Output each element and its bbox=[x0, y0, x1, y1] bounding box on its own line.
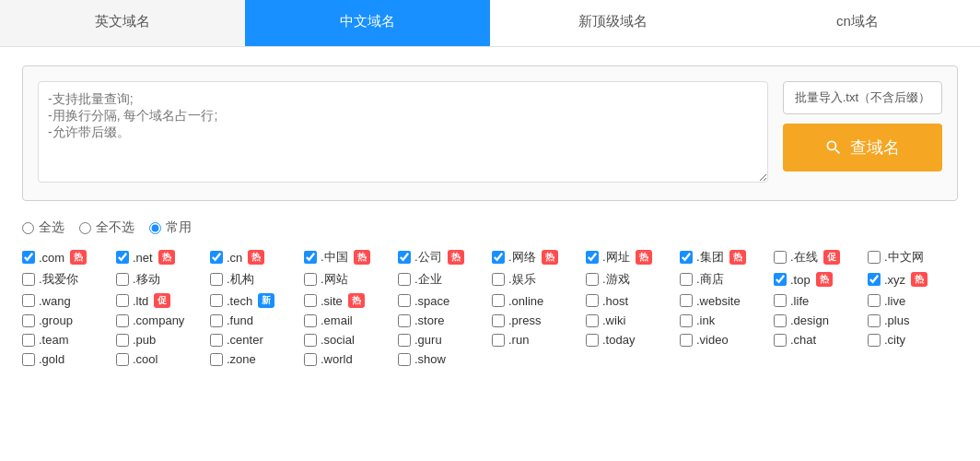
tab-new-tld[interactable]: 新顶级域名 bbox=[490, 0, 735, 46]
checkbox-gold[interactable] bbox=[22, 353, 35, 366]
checkbox-移动[interactable] bbox=[116, 273, 129, 286]
checkbox-cool[interactable] bbox=[116, 353, 129, 366]
ext-label: .press bbox=[508, 313, 541, 327]
checkbox-host[interactable] bbox=[586, 294, 599, 307]
ext-badge: 热 bbox=[248, 250, 264, 265]
radio-deselect-all[interactable]: 全不选 bbox=[79, 219, 134, 236]
ext-item: .cn热 bbox=[210, 249, 300, 266]
checkbox-company[interactable] bbox=[116, 314, 129, 327]
ext-label: .com bbox=[39, 251, 64, 265]
checkbox-space[interactable] bbox=[398, 294, 411, 307]
checkbox-cn[interactable] bbox=[210, 251, 223, 264]
right-panel: 批量导入.txt（不含后缀） 查域名 bbox=[783, 81, 942, 171]
ext-label: .wiki bbox=[602, 313, 625, 327]
checkbox-team[interactable] bbox=[22, 334, 35, 347]
tab-cn[interactable]: cn域名 bbox=[735, 0, 980, 46]
checkbox-guru[interactable] bbox=[398, 334, 411, 347]
checkbox-online[interactable] bbox=[492, 294, 505, 307]
ext-label: .我爱你 bbox=[39, 271, 78, 288]
checkbox-fund[interactable] bbox=[210, 314, 223, 327]
tab-chinese[interactable]: 中文域名 bbox=[245, 0, 490, 46]
ext-item: .集团热 bbox=[680, 249, 770, 266]
ext-item: .ink bbox=[680, 313, 770, 327]
checkbox-pub[interactable] bbox=[116, 334, 129, 347]
checkbox-social[interactable] bbox=[304, 334, 317, 347]
checkbox-top[interactable] bbox=[774, 273, 787, 286]
ext-label: .host bbox=[602, 294, 628, 308]
checkbox-show[interactable] bbox=[398, 353, 411, 366]
checkbox-world[interactable] bbox=[304, 353, 317, 366]
checkbox-press[interactable] bbox=[492, 314, 505, 327]
checkbox-中国[interactable] bbox=[304, 251, 317, 264]
ext-label: .world bbox=[321, 352, 353, 366]
checkbox-网络[interactable] bbox=[492, 251, 505, 264]
ext-item: .娱乐 bbox=[492, 271, 582, 288]
checkbox-xyz[interactable] bbox=[868, 273, 881, 286]
radio-common[interactable]: 常用 bbox=[149, 219, 192, 236]
checkbox-store[interactable] bbox=[398, 314, 411, 327]
checkbox-today[interactable] bbox=[586, 334, 599, 347]
checkbox-chat[interactable] bbox=[774, 334, 787, 347]
ext-label: .guru bbox=[414, 333, 442, 347]
ext-label: .公司 bbox=[414, 249, 442, 266]
checkbox-city[interactable] bbox=[868, 334, 881, 347]
checkbox-网站[interactable] bbox=[304, 273, 317, 286]
ext-label: .网络 bbox=[508, 249, 536, 266]
checkbox-在线[interactable] bbox=[774, 251, 787, 264]
ext-label: .zone bbox=[227, 352, 256, 366]
domain-input[interactable] bbox=[38, 81, 768, 183]
ext-label: .center bbox=[227, 333, 263, 347]
tab-english[interactable]: 英文域名 bbox=[0, 0, 245, 46]
tab-bar: 英文域名中文域名新顶级域名cn域名 bbox=[0, 0, 980, 47]
ext-item: .center bbox=[210, 333, 300, 347]
checkbox-商店[interactable] bbox=[680, 273, 693, 286]
checkbox-企业[interactable] bbox=[398, 273, 411, 286]
checkbox-design[interactable] bbox=[774, 314, 787, 327]
ext-label: .移动 bbox=[133, 271, 160, 288]
checkbox-ltd[interactable] bbox=[116, 294, 129, 307]
checkbox-net[interactable] bbox=[116, 251, 129, 264]
ext-label: .网址 bbox=[602, 249, 630, 266]
checkbox-email[interactable] bbox=[304, 314, 317, 327]
ext-label: .fund bbox=[227, 313, 253, 327]
checkbox-游戏[interactable] bbox=[586, 273, 599, 286]
ext-label: .中文网 bbox=[884, 249, 924, 266]
checkbox-group[interactable] bbox=[22, 314, 35, 327]
search-button[interactable]: 查域名 bbox=[783, 124, 942, 171]
checkbox-ink[interactable] bbox=[680, 314, 693, 327]
ext-item: .plus bbox=[868, 313, 958, 327]
checkbox-公司[interactable] bbox=[398, 251, 411, 264]
checkbox-tech[interactable] bbox=[210, 294, 223, 307]
checkbox-com[interactable] bbox=[22, 251, 35, 264]
checkbox-网址[interactable] bbox=[586, 251, 599, 264]
checkbox-life[interactable] bbox=[774, 294, 787, 307]
ext-item: .gold bbox=[22, 352, 112, 366]
ext-badge: 热 bbox=[636, 250, 652, 265]
ext-label: .网站 bbox=[321, 271, 348, 288]
radio-select-all[interactable]: 全选 bbox=[22, 219, 64, 236]
checkbox-中文网[interactable] bbox=[868, 251, 881, 264]
checkbox-live[interactable] bbox=[868, 294, 881, 307]
ext-label: .space bbox=[414, 294, 449, 308]
checkbox-center[interactable] bbox=[210, 334, 223, 347]
ext-item: .fund bbox=[210, 313, 300, 327]
checkbox-run[interactable] bbox=[492, 334, 505, 347]
checkbox-wang[interactable] bbox=[22, 294, 35, 307]
import-button[interactable]: 批量导入.txt（不含后缀） bbox=[783, 81, 942, 114]
ext-item: .我爱你 bbox=[22, 271, 112, 288]
ext-label: .娱乐 bbox=[508, 271, 536, 288]
ext-label: .集团 bbox=[696, 249, 724, 266]
checkbox-plus[interactable] bbox=[868, 314, 881, 327]
ext-item: .cool bbox=[116, 352, 206, 366]
checkbox-website[interactable] bbox=[680, 294, 693, 307]
checkbox-video[interactable] bbox=[680, 334, 693, 347]
ext-label: .chat bbox=[790, 333, 816, 347]
checkbox-wiki[interactable] bbox=[586, 314, 599, 327]
checkbox-娱乐[interactable] bbox=[492, 273, 505, 286]
checkbox-site[interactable] bbox=[304, 294, 317, 307]
ext-item: .company bbox=[116, 313, 206, 327]
checkbox-zone[interactable] bbox=[210, 353, 223, 366]
checkbox-机构[interactable] bbox=[210, 273, 223, 286]
checkbox-我爱你[interactable] bbox=[22, 273, 35, 286]
checkbox-集团[interactable] bbox=[680, 251, 693, 264]
